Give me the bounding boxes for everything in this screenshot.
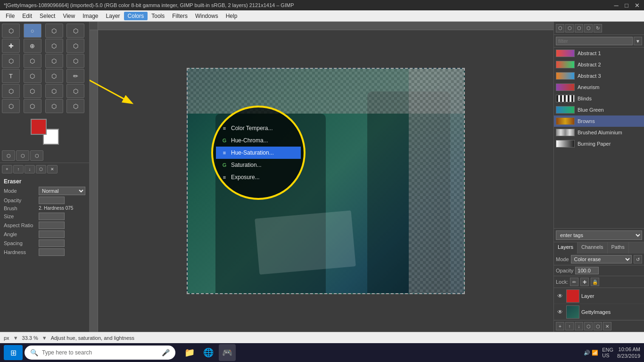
tool-paint-bucket[interactable]: ⬡ [24, 69, 41, 83]
aspect-input[interactable]: 0.00 [39, 222, 65, 229]
menu-tools[interactable]: Tools [148, 12, 168, 20]
view-large-btn[interactable]: ⬡ [584, 24, 593, 33]
taskbar-file-manager[interactable]: 📁 [181, 344, 198, 361]
angle-input[interactable]: 0.00 [39, 230, 65, 238]
view-list-btn[interactable]: ⬡ [565, 24, 574, 33]
lower-layer-btn[interactable]: ↓ [575, 322, 583, 330]
hardness-input[interactable]: 75.0 [39, 248, 65, 256]
layer-item-gettyimages[interactable]: 👁 GettyImages [554, 304, 644, 320]
tool-gradient[interactable]: ⬡ [45, 69, 63, 83]
lock-all-btn[interactable]: 🔒 [591, 278, 599, 286]
tool-align[interactable]: ⊕ [24, 39, 41, 53]
minimize-button[interactable]: ─ [613, 2, 619, 8]
size-input[interactable]: 51.00 [39, 213, 65, 220]
raise-layer-btn[interactable]: ↑ [565, 322, 574, 330]
spacing-input[interactable]: 10.0 [39, 239, 65, 247]
layer-raise[interactable]: ↑ [13, 165, 24, 173]
menu-windows[interactable]: Windows [191, 12, 222, 20]
view-detail-btn[interactable]: ⬡ [575, 24, 583, 33]
tool-pencil[interactable]: ✏ [66, 69, 84, 83]
tool-shear[interactable]: ⬡ [24, 54, 41, 68]
maximize-button[interactable]: □ [623, 2, 630, 8]
tool-ink[interactable]: ⬡ [66, 99, 84, 113]
gradient-aneurism[interactable]: Aneurism [554, 82, 644, 93]
gradient-burning[interactable]: Burning Paper [554, 138, 644, 149]
lock-position-btn[interactable]: ✚ [580, 278, 589, 286]
mode-select[interactable]: Normal [39, 187, 85, 195]
gradient-browns[interactable]: Browns [554, 115, 644, 127]
tool-move[interactable]: ✚ [2, 39, 20, 53]
tool-paintbrush[interactable]: ⬡ [2, 84, 20, 98]
gradient-blinds[interactable]: Blinds [554, 93, 644, 104]
canvas-container[interactable]: ☑ Color Balance... ☑ Color Temperature..… [98, 30, 553, 332]
callout-saturation[interactable]: G Saturation... [216, 159, 301, 171]
tool-flip[interactable]: ⬡ [66, 54, 84, 68]
view-zoom[interactable]: ⬡ [2, 150, 15, 161]
anchor-layer-btn[interactable]: ⬡ [594, 322, 602, 330]
tool-fuzzy-select[interactable]: ⬡ [66, 24, 84, 38]
tool-airbrush[interactable]: ⬡ [45, 84, 63, 98]
layer-dup[interactable]: ⬡ [36, 165, 46, 173]
layer-mode-select[interactable]: Color erase [571, 255, 632, 263]
tool-perspective[interactable]: ⬡ [45, 54, 63, 68]
refresh-btn[interactable]: ↻ [594, 24, 602, 33]
callout-hue-chroma[interactable]: G Hue-Chroma... [216, 134, 301, 147]
gradient-brushed[interactable]: Brushed Aluminium [554, 127, 644, 138]
layer-lower[interactable]: ↓ [25, 165, 35, 173]
tool-rotate[interactable]: ⬡ [66, 39, 84, 53]
foreground-color-box[interactable] [31, 119, 47, 135]
tool-dodge[interactable]: ⬡ [45, 99, 63, 113]
tool-new-region[interactable]: ⬡ [2, 24, 20, 38]
mode-reset[interactable]: ↺ [634, 255, 642, 263]
tab-paths[interactable]: Paths [608, 242, 629, 254]
gradient-abstract1[interactable]: Abstract 1 [554, 48, 644, 59]
tool-free-select[interactable]: ⬡ [45, 24, 63, 38]
tool-crop[interactable]: ⬡ [45, 39, 63, 53]
tool-clone[interactable]: ⬡ [66, 84, 84, 98]
menu-file[interactable]: File [2, 12, 18, 20]
new-layer-btn[interactable]: + [556, 322, 564, 330]
menu-filters[interactable]: Filters [168, 12, 191, 20]
view-rotate[interactable]: ⬡ [30, 150, 43, 161]
gradient-blue-green[interactable]: Blue Green [554, 104, 644, 115]
taskbar-search[interactable]: 🔍 Type here to search 🎤 [25, 346, 175, 360]
tab-channels[interactable]: Channels [578, 242, 607, 254]
tool-text[interactable]: T [2, 69, 20, 83]
menu-layer[interactable]: Layer [102, 12, 124, 20]
tool-smudge[interactable]: ⬡ [24, 99, 41, 113]
menu-view[interactable]: View [59, 12, 79, 20]
gradient-abstract3[interactable]: Abstract 3 [554, 70, 644, 82]
view-pan[interactable]: ⬡ [16, 150, 29, 161]
taskbar-browser[interactable]: 🌐 [200, 344, 217, 361]
filter-btn[interactable]: ▼ [634, 37, 642, 45]
menu-help[interactable]: Help [222, 12, 241, 20]
menu-image[interactable]: Image [79, 12, 102, 20]
tool-eraser[interactable]: ⬡ [24, 84, 41, 98]
menu-select[interactable]: Select [36, 12, 59, 20]
callout-color-temperature[interactable]: ≡ Color Tempera... [216, 122, 301, 134]
callout-exposure[interactable]: ≡ Exposure... [216, 171, 301, 183]
dup-layer-btn[interactable]: ⬡ [584, 322, 593, 330]
menu-colors[interactable]: Colors [124, 12, 148, 20]
menu-edit[interactable]: Edit [18, 12, 36, 20]
opacity-input[interactable]: 40.0 [39, 197, 65, 204]
tool-scale[interactable]: ⬡ [2, 54, 20, 68]
eye-icon-layer[interactable]: 👁 [556, 292, 564, 300]
start-button[interactable]: ⊞ [4, 345, 23, 360]
tab-layers[interactable]: Layers [554, 242, 578, 254]
close-button[interactable]: ✕ [634, 2, 640, 8]
tags-input[interactable]: enter tags [556, 230, 642, 240]
lock-pixels-btn[interactable]: ✏ [570, 278, 578, 286]
layer-del[interactable]: ✕ [47, 165, 58, 173]
tool-ellipse[interactable]: ○ [24, 24, 41, 38]
layer-new[interactable]: + [2, 165, 12, 173]
filter-input[interactable] [556, 37, 633, 45]
layer-item-layer[interactable]: 👁 Layer [554, 288, 644, 304]
callout-hue-saturation[interactable]: ≡ Hue-Saturation... [216, 147, 301, 159]
view-grid-btn[interactable]: ⬡ [556, 24, 564, 33]
del-layer-btn[interactable]: ✕ [603, 322, 611, 330]
taskbar-gimp[interactable]: 🎮 [219, 344, 236, 361]
tool-heal[interactable]: ⬡ [2, 99, 20, 113]
gradient-abstract2[interactable]: Abstract 2 [554, 59, 644, 70]
layer-opacity-input[interactable] [575, 267, 599, 274]
